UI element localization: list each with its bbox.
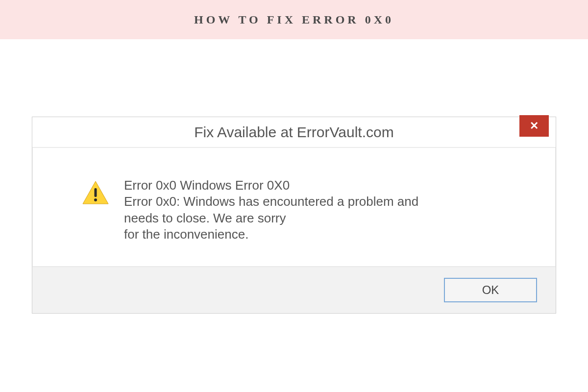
- error-dialog: Fix Available at ErrorVault.com ✕ Error …: [32, 117, 556, 314]
- content-area: Fix Available at ErrorVault.com ✕ Error …: [0, 39, 588, 314]
- close-icon: ✕: [530, 120, 539, 132]
- message-line-3: needs to close. We are sorry: [124, 210, 418, 226]
- message-line-1: Error 0x0 Windows Error 0X0: [124, 177, 418, 194]
- page-banner: HOW TO FIX ERROR 0X0: [0, 0, 588, 39]
- dialog-footer: OK: [32, 267, 556, 313]
- banner-title: HOW TO FIX ERROR 0X0: [194, 13, 394, 26]
- dialog-title: Fix Available at ErrorVault.com: [194, 124, 393, 141]
- ok-button[interactable]: OK: [444, 278, 537, 302]
- dialog-body: Error 0x0 Windows Error 0X0 Error 0x0: W…: [32, 147, 556, 267]
- ok-button-label: OK: [482, 283, 499, 297]
- error-message: Error 0x0 Windows Error 0X0 Error 0x0: W…: [124, 177, 418, 243]
- message-line-4: for the inconvenience.: [124, 226, 418, 243]
- svg-rect-2: [95, 188, 97, 197]
- close-button[interactable]: ✕: [519, 115, 549, 137]
- warning-icon: [82, 180, 109, 205]
- svg-point-3: [94, 198, 97, 201]
- message-line-2: Error 0x0: Windows has encountered a pro…: [124, 194, 418, 210]
- dialog-titlebar: Fix Available at ErrorVault.com ✕: [32, 117, 556, 147]
